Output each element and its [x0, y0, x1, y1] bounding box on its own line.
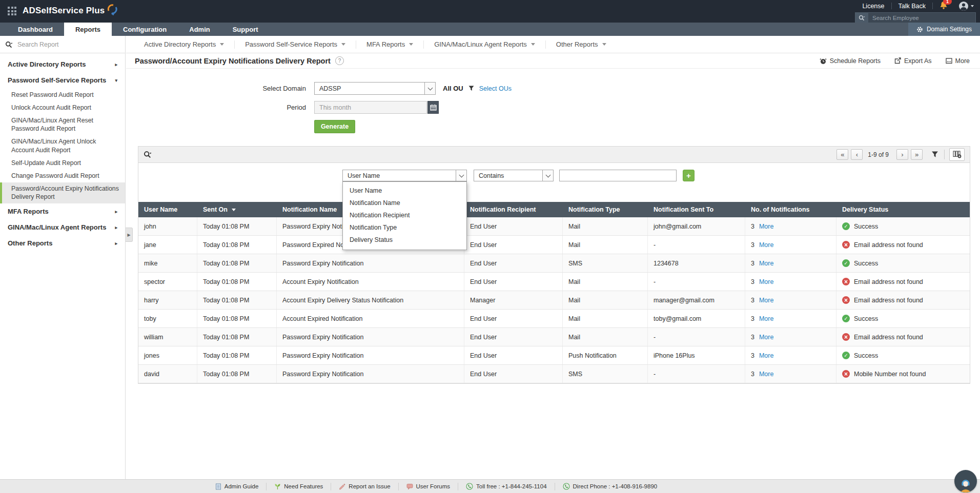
more-link[interactable]: More — [759, 371, 773, 378]
sidebar-report-item[interactable]: Change Password Audit Report — [0, 170, 125, 182]
table-row[interactable]: william Today 01:08 PM Password Expiry N… — [138, 328, 970, 346]
ou-filter-icon[interactable] — [468, 86, 474, 91]
table-row[interactable]: jones Today 01:08 PM Password Expiry Not… — [138, 346, 970, 365]
table-row[interactable]: toby Today 01:08 PM Account Expired Noti… — [138, 310, 970, 328]
generate-button[interactable]: Generate — [314, 120, 355, 133]
more-link[interactable]: More — [759, 315, 773, 322]
nav-tab[interactable]: Configuration — [112, 23, 178, 36]
sidebar-report-item[interactable]: Self-Update Audit Report — [0, 156, 125, 169]
table-row[interactable]: mike Today 01:08 PM Password Expiry Noti… — [138, 254, 970, 273]
sidebar-group-expanded[interactable]: Password Self-Service Reports ▾ — [0, 72, 125, 88]
sidebar-report-label: Reset Password Audit Report — [11, 91, 94, 98]
toll-free-number[interactable]: Toll free : +1-844-245-1104 — [458, 483, 555, 490]
add-filter-button[interactable]: + — [683, 170, 695, 181]
sidebar-report-item[interactable]: GINA/Mac/Linux Agent Unlock Account Audi… — [0, 135, 125, 156]
sort-desc-icon[interactable] — [232, 209, 236, 211]
sidebar-report-item[interactable]: GINA/Mac/Linux Agent Reset Password Audi… — [0, 114, 125, 135]
schedule-reports-button[interactable]: Schedule Reports — [820, 57, 881, 65]
sidebar-report-item[interactable]: Password/Account Expiry Notifications De… — [0, 182, 125, 203]
report-category-menu[interactable]: MFA Reports — [356, 40, 424, 49]
user-menu[interactable] — [954, 1, 976, 11]
export-as-button[interactable]: Export As — [894, 57, 932, 65]
sidebar-group[interactable]: GINA/Mac/Linux Agent Reports ▸ — [0, 219, 125, 235]
filter-field-option[interactable]: Notification Type — [343, 221, 466, 234]
nav-tab[interactable]: Dashboard — [7, 23, 64, 36]
column-header-notification-recipient[interactable]: Notification Recipient — [464, 206, 563, 213]
column-header-delivery-status[interactable]: Delivery Status — [836, 206, 970, 213]
help-icon[interactable] — [335, 56, 344, 65]
filter-field-option[interactable]: User Name — [343, 184, 466, 197]
sidebar-group[interactable]: MFA Reports ▸ — [0, 203, 125, 219]
sidebar-group[interactable]: Active Directory Reports ▸ — [0, 56, 125, 72]
column-header-notification-count[interactable]: No. of Notifications — [745, 206, 836, 213]
filter-value-input[interactable] — [559, 170, 677, 181]
search-report-input[interactable] — [16, 40, 120, 49]
pagination-first-button[interactable] — [836, 149, 848, 160]
filter-field-option[interactable]: Notification Recipient — [343, 209, 466, 221]
add-column-button[interactable] — [949, 148, 965, 161]
sidebar-group[interactable]: Other Reports ▸ — [0, 235, 125, 251]
report-an-issue-link[interactable]: Report an Issue — [331, 483, 398, 490]
nav-tab[interactable]: Support — [221, 23, 270, 36]
sidebar-group-label: Active Directory Reports — [8, 60, 86, 68]
more-link[interactable]: More — [759, 241, 773, 249]
table-row[interactable]: spector Today 01:08 PM Account Expiry No… — [138, 273, 970, 291]
cell-user-name: john — [138, 217, 197, 235]
filter-operator-select[interactable]: Contains — [474, 170, 554, 181]
filter-field-option[interactable]: Notification Name — [343, 197, 466, 209]
calendar-button[interactable] — [427, 101, 439, 114]
column-header-sent-on[interactable]: Sent On — [197, 206, 277, 213]
column-header-notification-sent-to[interactable]: Notification Sent To — [648, 206, 745, 213]
more-link[interactable]: More — [759, 352, 773, 359]
sidebar-report-item[interactable]: Unlock Account Audit Report — [0, 101, 125, 114]
table-row[interactable]: john Today 01:08 PM Password Expiry Noti… — [138, 217, 970, 236]
cell-sent-on: Today 01:08 PM — [197, 310, 277, 327]
column-header-notification-type[interactable]: Notification Type — [563, 206, 648, 213]
chevron-down-icon — [456, 170, 466, 181]
cell-notification-count: 3 More — [745, 273, 836, 291]
search-icon[interactable] — [855, 13, 868, 23]
sidebar-collapse-handle[interactable]: ▶ — [126, 228, 133, 242]
report-category-menu[interactable]: Password Self-Service Reports — [235, 40, 356, 49]
domain-select[interactable]: ADSSP — [314, 82, 436, 95]
user-forums-link[interactable]: User Forums — [398, 483, 458, 490]
domain-settings-button[interactable]: Domain Settings — [908, 23, 980, 36]
nav-tab[interactable]: Admin — [178, 23, 221, 36]
support-chat-button[interactable] — [954, 470, 977, 492]
license-link[interactable]: License — [855, 3, 891, 10]
pagination-next-button[interactable] — [896, 149, 908, 160]
notifications-bell-icon[interactable]: 1 — [933, 0, 954, 12]
table-row[interactable]: jane Today 01:08 PM Password Expired Not… — [138, 236, 970, 254]
talk-back-link[interactable]: Talk Back — [892, 3, 933, 10]
search-icon[interactable] — [5, 41, 13, 48]
sidebar-report-item[interactable]: Reset Password Audit Report — [0, 88, 125, 101]
period-input[interactable]: This month — [314, 101, 427, 114]
divider — [944, 150, 945, 159]
more-link[interactable]: More — [759, 223, 773, 230]
search-employee-input[interactable] — [868, 15, 975, 21]
more-link[interactable]: More — [759, 334, 773, 341]
need-features-link[interactable]: Need Features — [266, 483, 331, 490]
more-link[interactable]: More — [759, 260, 773, 267]
report-category-menu[interactable]: GINA/Mac/Linux Agent Reports — [424, 40, 546, 49]
filter-icon[interactable] — [931, 151, 938, 158]
more-link[interactable]: More — [759, 278, 773, 285]
app-grid-icon[interactable] — [8, 7, 17, 16]
report-category-menu[interactable]: Active Directory Reports — [134, 40, 235, 49]
pagination-last-button[interactable] — [911, 149, 923, 160]
filter-field-select[interactable]: User Name — [342, 170, 467, 181]
more-link[interactable]: More — [759, 297, 773, 304]
column-header-user-name[interactable]: User Name — [138, 206, 197, 213]
table-search-icon[interactable] — [144, 151, 152, 158]
report-category-menu[interactable]: Other Reports — [546, 40, 617, 49]
select-ous-link[interactable]: Select OUs — [479, 85, 512, 92]
more-button[interactable]: More — [946, 57, 970, 65]
direct-phone-number[interactable]: Direct Phone : +1-408-916-9890 — [555, 483, 665, 490]
table-row[interactable]: david Today 01:08 PM Password Expiry Not… — [138, 365, 970, 383]
table-row[interactable]: harry Today 01:08 PM Account Expiry Deli… — [138, 291, 970, 310]
filter-field-option[interactable]: Delivery Status — [343, 234, 466, 246]
cell-notification-count: 3 More — [745, 365, 836, 383]
nav-tab[interactable]: Reports — [64, 23, 112, 36]
admin-guide-link[interactable]: Admin Guide — [208, 483, 266, 490]
pagination-prev-button[interactable] — [851, 149, 863, 160]
